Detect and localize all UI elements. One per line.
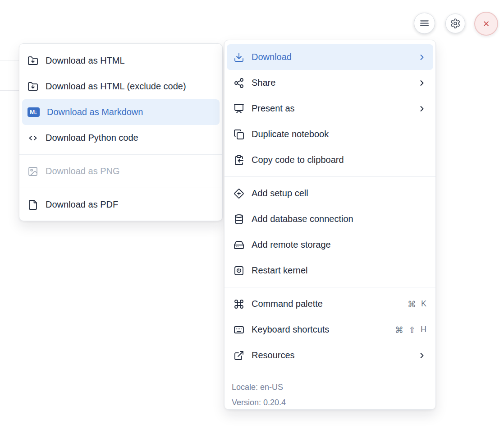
keyboard-shortcut-hint: ⌘ ⇧ H	[395, 325, 426, 335]
file-icon	[27, 199, 38, 210]
menu-item-present-as[interactable]: Present as	[225, 96, 435, 121]
menu-item-label: Download as PDF	[46, 199, 214, 210]
menu-item-label: Add setup cell	[252, 188, 426, 199]
menu-item-label: Restart kernel	[252, 265, 426, 276]
keyboard-shortcut-hint: ⌘ K	[408, 299, 426, 309]
image-icon	[27, 166, 38, 177]
menu-item-label: Resources	[252, 350, 410, 361]
command-icon	[234, 299, 244, 310]
menu-item-restart-kernel[interactable]: Restart kernel	[225, 258, 435, 283]
presentation-icon	[234, 103, 244, 114]
page-edge-line	[0, 90, 19, 91]
menu-item-keyboard-shortcuts[interactable]: Keyboard shortcuts ⌘ ⇧ H	[225, 317, 435, 342]
folder-down-icon	[27, 56, 38, 66]
menu-item-command-palette[interactable]: Command palette ⌘ K	[225, 291, 435, 317]
menu-item-label: Download Python code	[46, 133, 214, 143]
menu-item-label: Duplicate notebook	[252, 129, 426, 139]
page-edge-line	[0, 60, 19, 60]
menu-item-label: Download as HTML (exclude code)	[46, 81, 214, 92]
menu-item-duplicate-notebook[interactable]: Duplicate notebook	[225, 121, 435, 147]
code-icon	[27, 133, 38, 143]
menu-item-label: Add remote storage	[252, 240, 426, 250]
diamond-plus-icon	[234, 188, 244, 199]
app-root: { "colors": { "accent": "#3B70C6", "acce…	[0, 0, 504, 444]
menu-divider	[225, 372, 435, 372]
menu-item-add-database-connection[interactable]: Add database connection	[225, 206, 435, 232]
menu-item-add-remote-storage[interactable]: Add remote storage	[225, 232, 435, 258]
menu-item-label: Download as HTML	[46, 56, 214, 66]
menu-item-label: Download as Markdown	[47, 107, 214, 117]
menu-footer: Locale: en-US Version: 0.20.4	[225, 376, 435, 410]
menu-divider	[19, 154, 222, 155]
menu-item-label: Present as	[252, 103, 410, 114]
chevron-right-icon	[417, 351, 426, 360]
menu-divider	[225, 287, 435, 287]
menu-item-download-python-code[interactable]: Download Python code	[19, 125, 222, 151]
menu-item-label: Command palette	[252, 299, 400, 309]
key-glyph: K	[421, 299, 426, 309]
chevron-right-icon	[417, 104, 426, 113]
menu-item-add-setup-cell[interactable]: Add setup cell	[225, 180, 435, 206]
key-glyph: H	[421, 325, 426, 334]
clipboard-copy-icon	[234, 155, 244, 166]
download-icon	[234, 52, 244, 63]
settings-button[interactable]	[445, 14, 465, 33]
menu-item-download-pdf[interactable]: Download as PDF	[19, 192, 222, 217]
menu-item-share[interactable]: Share	[225, 70, 435, 96]
menu-item-download-png: Download as PNG	[19, 158, 222, 184]
menu-item-download-markdown[interactable]: M↓ Download as Markdown	[22, 99, 220, 125]
menu-item-label: Download as PNG	[46, 166, 214, 176]
external-link-icon	[234, 350, 244, 361]
hamburger-icon	[419, 18, 430, 29]
shift-key-glyph: ⇧	[408, 325, 416, 335]
chevron-right-icon	[417, 53, 426, 62]
folder-down-icon	[27, 81, 38, 92]
menu-item-label: Add database connection	[252, 214, 426, 224]
markdown-download-icon: M↓	[27, 107, 40, 117]
close-icon	[481, 19, 491, 28]
share-icon	[234, 78, 244, 88]
copy-icon	[234, 129, 244, 140]
menu-item-label: Download	[252, 52, 410, 62]
menu-item-download-html-exclude-code[interactable]: Download as HTML (exclude code)	[19, 74, 222, 99]
close-button[interactable]	[474, 12, 498, 36]
database-icon	[234, 214, 244, 225]
command-key-glyph: ⌘	[395, 325, 403, 335]
locale-text: Locale: en-US	[232, 379, 428, 395]
menu-item-label: Share	[252, 78, 410, 88]
download-submenu: Download as HTML Download as HTML (exclu…	[19, 43, 223, 221]
menu-item-copy-code-to-clipboard[interactable]: Copy code to clipboard	[225, 147, 435, 173]
version-text: Version: 0.20.4	[232, 395, 428, 410]
menu-item-resources[interactable]: Resources	[225, 342, 435, 368]
hard-drive-icon	[234, 240, 244, 250]
keyboard-icon	[234, 324, 244, 335]
power-square-icon	[234, 265, 244, 276]
notebook-menu: Download Share Present as Duplicate note…	[224, 40, 436, 410]
menu-divider	[225, 176, 435, 177]
chevron-right-icon	[417, 79, 426, 88]
menu-item-download[interactable]: Download	[227, 44, 433, 70]
menu-divider	[19, 188, 222, 188]
notebook-menu-button[interactable]	[414, 13, 435, 34]
command-key-glyph: ⌘	[408, 299, 416, 309]
gear-icon	[450, 18, 461, 29]
menu-item-download-html[interactable]: Download as HTML	[19, 48, 222, 74]
menu-item-label: Keyboard shortcuts	[252, 324, 388, 335]
menu-item-label: Copy code to clipboard	[252, 155, 426, 165]
